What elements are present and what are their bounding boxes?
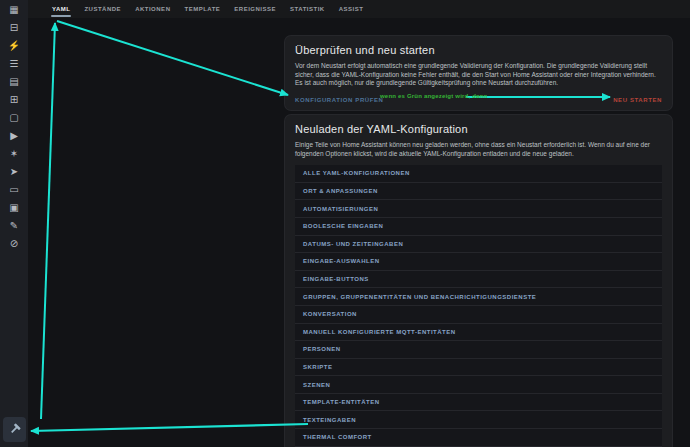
reload-option-row[interactable]: BOOLESCHE EINGABEN — [295, 218, 662, 236]
reload-option-row[interactable]: EINGABE-BUTTONS — [295, 271, 662, 289]
restart-card-title: Überprüfen und neu starten — [295, 44, 662, 56]
reload-option-label: SKRIPTE — [303, 364, 333, 370]
reload-option-row[interactable]: THERMAL COMFORT — [295, 429, 662, 447]
reload-option-label: DATUMS- UND ZEITEINGABEN — [303, 241, 403, 247]
tab[interactable]: ASSIST — [332, 0, 371, 18]
reload-option-row[interactable]: AUTOMATISIERUNGEN — [295, 200, 662, 218]
tab-label: STATISTIK — [290, 6, 325, 12]
browser-window-icon[interactable]: ▢ — [7, 112, 21, 124]
logbook-icon[interactable]: ☰ — [7, 58, 21, 70]
tab[interactable]: EREIGNISSE — [227, 0, 283, 18]
reload-option-label: TEMPLATE-ENTITÄTEN — [303, 399, 380, 405]
history-chart-icon[interactable]: ▤ — [7, 76, 21, 88]
reload-option-label: SZENEN — [303, 382, 330, 388]
restart-card-actions: KONFIGURATION PRÜFEN NEU STARTEN — [295, 97, 662, 103]
restart-button[interactable]: NEU STARTEN — [613, 97, 662, 103]
reload-option-label: KONVERSATION — [303, 311, 357, 317]
clipboard-icon[interactable]: ▣ — [7, 202, 21, 214]
reload-option-row[interactable]: SZENEN — [295, 376, 662, 394]
tab[interactable]: AKTIONEN — [128, 0, 177, 18]
tab-label: ZUSTÄNDE — [84, 6, 121, 12]
dashboard-icon[interactable]: ▦ — [7, 4, 21, 16]
reload-option-row[interactable]: TEMPLATE-ENTITÄTEN — [295, 394, 662, 412]
app-dashboard-icon[interactable]: ⊞ — [7, 94, 21, 106]
app-sidebar: ▦ ⊟ ⚡ ☰ ▤ ⊞ ▢ ▶ ✶ ➤ ▭ ▣ ✎ ⊘ — [0, 0, 28, 447]
tab-label: YAML — [52, 6, 70, 12]
tab-label: AKTIONEN — [135, 6, 170, 12]
reload-options-list: ALLE YAML-KONFIGURATIONEN ORT & ANPASSUN… — [295, 165, 662, 447]
media-browser-icon[interactable]: ▶ — [7, 130, 21, 142]
tab[interactable]: ZUSTÄNDE — [77, 0, 128, 18]
restart-card-body: Vor dem Neustart erfolgt automatisch ein… — [295, 62, 662, 88]
hammer-icon — [8, 423, 21, 436]
sparkle-icon[interactable]: ✶ — [7, 148, 21, 160]
tab[interactable]: STATISTIK — [283, 0, 332, 18]
reload-option-row[interactable]: DATUMS- UND ZEITEINGABEN — [295, 236, 662, 254]
reload-option-label: PERSONEN — [303, 346, 341, 352]
reload-option-label: MANUELL KONFIGURIERTE MQTT-ENTITÄTEN — [303, 329, 456, 335]
devtools-tab-bar: YAML ZUSTÄNDE AKTIONEN TEMPLATE EREIGNIS… — [28, 0, 690, 18]
check-configuration-button[interactable]: KONFIGURATION PRÜFEN — [295, 97, 384, 103]
sidebar-item-developer-tools[interactable] — [3, 417, 26, 442]
reload-option-label: AUTOMATISIERUNGEN — [303, 206, 378, 212]
reload-option-label: BOOLESCHE EINGABEN — [303, 223, 383, 229]
reload-option-row[interactable]: KONVERSATION — [295, 306, 662, 324]
reload-option-label: TEXTEINGABEN — [303, 417, 356, 423]
reload-card-body: Einige Teile von Home Assistant können n… — [295, 141, 662, 158]
terminal-icon[interactable]: ▭ — [7, 184, 21, 196]
media-player-icon[interactable]: ⊟ — [7, 22, 21, 34]
disc-slash-icon[interactable]: ⊘ — [7, 238, 21, 250]
reload-option-row[interactable]: PERSONEN — [295, 341, 662, 359]
reload-card-title: Neuladen der YAML-Konfiguration — [295, 123, 662, 135]
tools-icon[interactable]: ✎ — [7, 220, 21, 232]
tab-label: EREIGNISSE — [234, 6, 276, 12]
tab-label: ASSIST — [339, 6, 364, 12]
reload-option-row[interactable]: ALLE YAML-KONFIGURATIONEN — [295, 165, 662, 183]
reload-option-row[interactable]: MANUELL KONFIGURIERTE MQTT-ENTITÄTEN — [295, 324, 662, 342]
energy-icon[interactable]: ⚡ — [7, 40, 21, 52]
send-icon[interactable]: ➤ — [7, 166, 21, 178]
tab[interactable]: YAML — [45, 0, 77, 18]
reload-option-row[interactable]: SKRIPTE — [295, 359, 662, 377]
reload-option-row[interactable]: EINGABE-AUSWAHLEN — [295, 253, 662, 271]
reload-option-label: THERMAL COMFORT — [303, 434, 372, 440]
reload-option-row[interactable]: TEXTEINGABEN — [295, 411, 662, 429]
devtools-yaml-page: Überprüfen und neu starten Vor dem Neust… — [28, 18, 690, 447]
reload-option-row[interactable]: ORT & ANPASSUNGEN — [295, 183, 662, 201]
reload-card: Neuladen der YAML-Konfiguration Einige T… — [285, 115, 672, 447]
tab[interactable]: TEMPLATE — [177, 0, 227, 18]
reload-option-label: ORT & ANPASSUNGEN — [303, 188, 378, 194]
tab-label: TEMPLATE — [184, 6, 220, 12]
restart-card: Überprüfen und neu starten Vor dem Neust… — [285, 36, 672, 110]
reload-option-label: ALLE YAML-KONFIGURATIONEN — [303, 170, 410, 176]
reload-option-label: EINGABE-AUSWAHLEN — [303, 258, 380, 264]
reload-option-row[interactable]: GRUPPEN, GRUPPENENTITÄTEN UND BENACHRICH… — [295, 288, 662, 306]
reload-option-label: GRUPPEN, GRUPPENENTITÄTEN UND BENACHRICH… — [303, 294, 536, 300]
reload-option-label: EINGABE-BUTTONS — [303, 276, 369, 282]
